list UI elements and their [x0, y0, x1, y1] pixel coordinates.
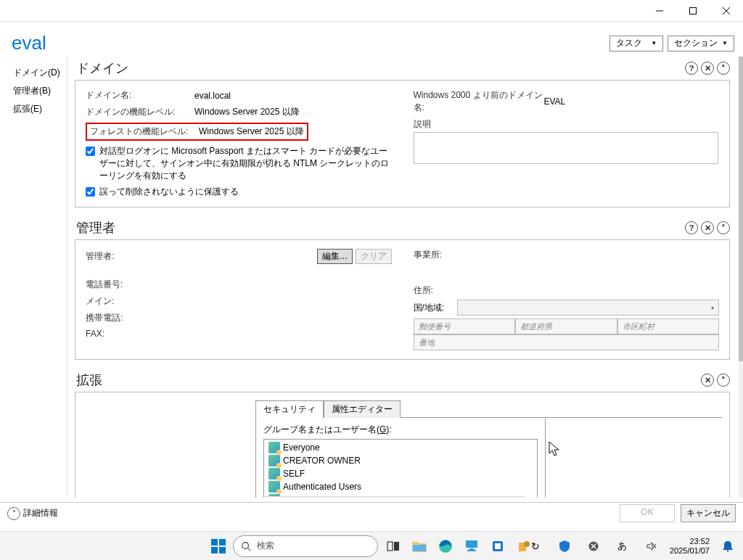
- edge-icon[interactable]: [435, 535, 456, 557]
- forest-func-label: フォレストの機能レベル:: [90, 125, 199, 138]
- passport-ntlm-label: 対話型ログオンに Microsoft Passport またはスマート カードが…: [99, 145, 392, 181]
- sidebar-item-admin[interactable]: 管理者(B): [13, 82, 67, 100]
- list-item[interactable]: CREATOR OWNER: [264, 454, 537, 467]
- maximize-button[interactable]: [676, 0, 710, 22]
- tray-sound-icon[interactable]: [641, 535, 662, 557]
- phone-label: 電話番号:: [86, 279, 194, 291]
- svg-rect-14: [466, 540, 477, 548]
- task-dropdown[interactable]: タスク ▼: [609, 36, 663, 52]
- close-icon[interactable]: ✕: [701, 221, 714, 234]
- region-label: 国/地域:: [414, 302, 457, 314]
- list-item[interactable]: SELF: [264, 467, 537, 480]
- expand-details-icon[interactable]: ˄: [7, 507, 20, 520]
- close-button[interactable]: [710, 0, 743, 22]
- pref-input[interactable]: 都道府県: [515, 318, 617, 334]
- app-icon[interactable]: [487, 535, 509, 557]
- svg-rect-6: [211, 547, 218, 553]
- group-user-list[interactable]: Everyone CREATOR OWNER SELF Authenticate…: [263, 439, 538, 498]
- explorer-icon[interactable]: [409, 535, 430, 557]
- tab-security[interactable]: セキュリティ: [255, 400, 324, 418]
- help-icon[interactable]: ?: [685, 62, 698, 75]
- mobile-label: 携帯電話:: [86, 312, 194, 324]
- horizontal-scrollbar[interactable]: [264, 496, 525, 498]
- tray-cancel-icon[interactable]: [583, 535, 604, 557]
- close-icon[interactable]: ✕: [701, 374, 714, 387]
- svg-rect-7: [219, 547, 226, 553]
- pre2000-label: Windows 2000 より前のドメイン名:: [414, 89, 544, 114]
- description-input[interactable]: [414, 132, 718, 164]
- group-icon: [268, 455, 280, 466]
- minimize-button[interactable]: [643, 0, 676, 22]
- fax-label: FAX:: [86, 329, 194, 339]
- tray-sync-icon[interactable]: ↻: [525, 535, 546, 557]
- collapse-icon[interactable]: ˄: [717, 374, 730, 387]
- tray-ime-icon[interactable]: あ: [612, 535, 633, 557]
- protect-delete-checkbox[interactable]: [86, 187, 95, 197]
- section-dropdown[interactable]: セクション ▼: [668, 36, 734, 52]
- taskbar-search[interactable]: 検索: [233, 535, 378, 557]
- notification-icon[interactable]: [717, 535, 739, 557]
- domain-name-value: eval.local: [194, 91, 231, 101]
- addr-label: 住所:: [414, 284, 522, 297]
- svg-point-8: [242, 542, 249, 548]
- taskbar: 検索 ↻ あ 23:52 2025/01/07: [0, 531, 743, 560]
- svg-line-9: [248, 548, 251, 551]
- admin-label: 管理者:: [86, 250, 194, 263]
- domain-name-label: ドメイン名:: [86, 89, 194, 102]
- section-header-ext: 拡張: [76, 371, 102, 389]
- svg-rect-4: [211, 539, 218, 545]
- svg-rect-15: [469, 548, 474, 550]
- group-user-label: グループ名またはユーザー名(G):: [263, 424, 538, 436]
- street-input[interactable]: 番地: [414, 334, 720, 350]
- svg-point-26: [727, 550, 729, 552]
- collapse-icon[interactable]: ˄: [717, 62, 730, 75]
- list-item[interactable]: Authenticated Users: [264, 480, 537, 493]
- list-item[interactable]: Everyone: [264, 441, 537, 454]
- sidebar: ドメイン(D) 管理者(B) 拡張(E): [0, 57, 67, 498]
- postal-input[interactable]: 郵便番号: [414, 318, 516, 334]
- passport-ntlm-checkbox[interactable]: [86, 147, 95, 156]
- region-select[interactable]: ▾: [457, 300, 720, 316]
- sidebar-item-ext[interactable]: 拡張(E): [13, 100, 67, 118]
- taskview-icon[interactable]: [382, 535, 404, 557]
- close-icon[interactable]: ✕: [701, 62, 714, 75]
- chevron-down-icon: ▼: [651, 40, 657, 46]
- city-input[interactable]: 市区町村: [617, 318, 720, 334]
- main-label: メイン:: [86, 295, 194, 308]
- group-icon: [268, 468, 280, 479]
- help-icon[interactable]: ?: [685, 221, 698, 234]
- svg-rect-18: [495, 543, 501, 549]
- protect-delete-label: 誤って削除されないように保護する: [99, 186, 239, 198]
- page-title: eval: [12, 32, 46, 54]
- group-icon: [268, 442, 280, 453]
- forest-func-highlight: フォレストの機能レベル: Windows Server 2025 以降: [86, 123, 308, 141]
- search-icon: [241, 541, 251, 551]
- server-manager-icon[interactable]: [461, 535, 483, 557]
- ok-button: OK: [620, 504, 675, 522]
- section-header-domain: ドメイン: [76, 59, 128, 77]
- svg-rect-1: [690, 7, 697, 14]
- section-header-admin: 管理者: [76, 219, 115, 236]
- cancel-button[interactable]: キャンセル: [681, 504, 736, 522]
- svg-rect-10: [387, 542, 393, 551]
- svg-rect-5: [219, 539, 226, 545]
- start-button[interactable]: [208, 536, 229, 556]
- svg-rect-12: [413, 545, 426, 551]
- taskbar-clock[interactable]: 23:52 2025/01/07: [670, 537, 710, 554]
- taskbar-search-placeholder: 検索: [257, 540, 274, 552]
- svg-rect-16: [467, 550, 476, 551]
- task-dropdown-label: タスク: [616, 37, 642, 49]
- edit-button[interactable]: 編集...: [317, 249, 352, 264]
- description-label: 説明: [414, 118, 522, 131]
- collapse-icon[interactable]: ˄: [717, 221, 730, 234]
- tray-security-icon[interactable]: [554, 535, 575, 557]
- forest-func-value: Windows Server 2025 以降: [199, 125, 304, 138]
- tab-attr-editor[interactable]: 属性エディター: [324, 400, 401, 418]
- vertical-scrollbar[interactable]: [739, 57, 743, 498]
- sidebar-item-domain[interactable]: ドメイン(D): [13, 64, 67, 82]
- domain-func-label: ドメインの機能レベル:: [86, 106, 194, 118]
- pre2000-value: EVAL: [544, 96, 566, 107]
- chevron-down-icon: ▼: [722, 40, 728, 46]
- section-dropdown-label: セクション: [674, 37, 718, 49]
- details-label[interactable]: 詳細情報: [23, 507, 58, 519]
